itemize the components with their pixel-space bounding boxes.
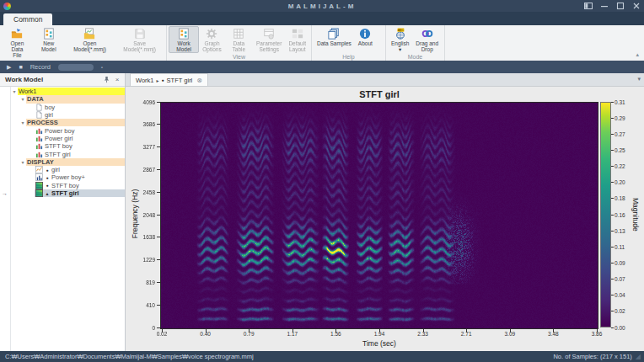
tree-item-display-power-boy[interactable]: ●Power boy+ [11, 173, 125, 181]
tab-item-name: STFT girl [167, 77, 193, 84]
close-button[interactable] [630, 1, 642, 11]
parameter-settings-label: Parameter Settings [256, 40, 282, 52]
display-bullet-icon: ● [45, 183, 50, 188]
expand-chevron-icon[interactable]: ▾ [11, 88, 18, 94]
file-icon [35, 104, 43, 111]
y-tick-mark [157, 102, 160, 103]
y-tick-label: 4096 [133, 99, 155, 105]
x-tick-label: 2.71 [453, 331, 479, 337]
tab-list-dropdown-icon[interactable]: ▾ [637, 76, 641, 83]
data-samples-button[interactable]: Data Samples [314, 26, 355, 53]
tree-item-stft-boy[interactable]: STFT boy [11, 142, 125, 150]
status-sample-count: No. of Samples: (217 x 151) [553, 353, 631, 360]
graph-options-button: Graph Options [199, 26, 224, 53]
tree-item-boy[interactable]: boy [11, 104, 125, 111]
collapse-ribbon-chevron-icon[interactable]: ▴ [636, 51, 639, 58]
ribbon: ▴ Open Data FileNew ModelOpen Model(*.mm… [0, 25, 644, 61]
colorbar-tick-mark [611, 215, 614, 216]
x-tick-label: 3.09 [497, 331, 523, 337]
save-model-label: Save Model(*.mmj) [118, 40, 161, 52]
record-options-dot[interactable]: ▪ [101, 65, 103, 70]
colorbar-tick-label: 0.16 [614, 212, 625, 218]
colorbar-tick-label: 0.04 [614, 292, 625, 298]
tree-item-stft-girl[interactable]: STFT girl [11, 150, 125, 157]
bars-icon [35, 135, 43, 142]
tree-item-process[interactable]: ▾PROCESS [11, 119, 125, 126]
colorbar-tick-mark [611, 182, 614, 183]
open-data-file-button[interactable]: Open Data File [2, 26, 33, 59]
tree-item-display-stft-girl[interactable]: ▲STFT girl [11, 189, 125, 197]
tab-stft-girl[interactable]: Work1 ▸ ● STFT girl ⊗ [130, 73, 208, 86]
tab-close-icon[interactable]: ⊗ [196, 77, 202, 84]
tree-item-power-girl[interactable]: Power girl [11, 135, 125, 142]
y-tick-label: 0 [133, 325, 155, 331]
tree-item-label: DATA [27, 95, 44, 103]
bars-icon [35, 142, 43, 150]
tree-item-display-stft-boy[interactable]: ●STFT boy [11, 182, 125, 189]
play-icon[interactable]: ▶ [7, 64, 11, 70]
display-bullet-icon: ● [45, 175, 50, 180]
record-progress-pill[interactable] [58, 64, 94, 71]
y-tick-mark [157, 215, 160, 216]
open-model-button[interactable]: Open Model(*.mmj) [65, 26, 115, 59]
tree-item-label: Power girl [45, 135, 72, 142]
floppy-icon [134, 28, 146, 40]
tree-item-display-girl[interactable]: ●girl [11, 166, 125, 173]
drag-icon [421, 28, 433, 40]
x-tick-label: 1.17 [280, 331, 305, 337]
pin-icon[interactable] [102, 76, 110, 84]
stop-icon[interactable]: ■ [19, 64, 22, 70]
new-model-button[interactable]: New Model [33, 26, 65, 59]
colorbar-tick-label: 0.13 [614, 228, 625, 234]
drag-and-drop-button[interactable]: Drag and Drop [412, 26, 442, 53]
expand-chevron-icon[interactable]: ▾ [19, 120, 26, 125]
colorbar-tick-label: 0.25 [614, 147, 625, 153]
about-button[interactable]: About [355, 26, 376, 53]
open-model-label: Open Model(*.mmj) [68, 40, 112, 52]
titlebar: MALMIJAL-M [0, 0, 644, 12]
svg-text:ABC: ABC [397, 29, 404, 32]
data-table-label: Data Table [228, 40, 250, 52]
window-theme-icon[interactable] [582, 1, 594, 11]
y-tick-mark [157, 237, 160, 237]
tree-item-data[interactable]: ▾DATA [11, 95, 125, 103]
record-label: Record [30, 63, 51, 71]
maximize-button[interactable] [614, 1, 626, 11]
tree-item-label: girl [51, 166, 60, 173]
default-layout-label: Default Layout [288, 40, 306, 52]
display-bullet-icon: ● [45, 168, 50, 173]
save-model-button: Save Model(*.mmj) [115, 26, 164, 59]
colorbar-tick-label: 0.18 [614, 195, 625, 201]
tree-item-label: STFT boy [51, 182, 79, 189]
colorbar-tick-mark [611, 279, 614, 279]
colorbar-tick-mark [611, 198, 614, 199]
colorbar-tick-label: 0.00 [614, 325, 625, 331]
tree-item-power-boy[interactable]: Power boy [11, 126, 125, 134]
barchart-icon [35, 173, 43, 181]
english-button[interactable]: ABCEnglish ▾ [388, 26, 412, 53]
ribbon-group-label: Mode [386, 53, 444, 61]
panel-close-icon[interactable]: × [113, 76, 121, 84]
colorbar-tick-mark [611, 150, 614, 151]
colorbar-tick-mark [611, 134, 614, 135]
minimize-button[interactable] [598, 1, 610, 11]
y-tick-label: 3277 [133, 144, 155, 150]
spectrogram-plot[interactable] [160, 102, 598, 329]
work-model-button[interactable]: Work Model [169, 26, 199, 53]
tree-item-display[interactable]: ▾DISPLAY [11, 158, 125, 166]
expand-chevron-icon[interactable]: ▾ [19, 96, 26, 102]
tab-common[interactable]: Common [3, 13, 52, 25]
bars-icon [35, 151, 43, 158]
expand-chevron-icon[interactable]: ▾ [19, 159, 26, 165]
tree-item-label: STFT girl [51, 189, 79, 197]
model-tree: ▾Work1▾DATAboygirl▾PROCESSPower boyPower… [11, 87, 125, 351]
current-row-arrow-icon: → [2, 189, 8, 197]
tree-item-work1[interactable]: ▾Work1 [11, 88, 125, 95]
y-tick-label: 2867 [133, 167, 155, 173]
y-tick-mark [157, 169, 160, 170]
tree-item-girl[interactable]: girl [11, 111, 125, 119]
x-tick-label: 2.33 [411, 331, 436, 337]
x-tick-label: 3.48 [540, 331, 566, 337]
file-icon [35, 111, 43, 119]
colorbar-label: Magnitude [631, 102, 640, 327]
